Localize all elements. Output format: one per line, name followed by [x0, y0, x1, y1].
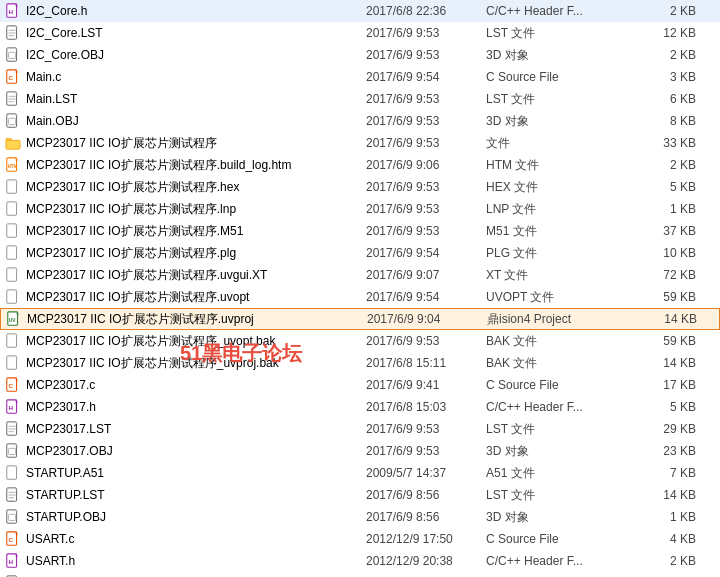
file-type: 3D 对象: [486, 47, 636, 64]
file-type: HEX 文件: [486, 179, 636, 196]
table-row[interactable]: USART.LST 2017/6/9 9:53 LST 文件 7 KB: [0, 572, 720, 577]
file-name: Main.LST: [26, 92, 366, 106]
file-date: 2017/6/9 9:54: [366, 246, 486, 260]
table-row[interactable]: MCP23017 IIC IO扩展芯片测试程序_uvopt.bak 2017/6…: [0, 330, 720, 352]
table-row[interactable]: MCP23017.OBJ 2017/6/9 9:53 3D 对象 23 KB: [0, 440, 720, 462]
table-row[interactable]: C Main.c 2017/6/9 9:54 C Source File 3 K…: [0, 66, 720, 88]
table-row[interactable]: Main.OBJ 2017/6/9 9:53 3D 对象 8 KB: [0, 110, 720, 132]
table-row[interactable]: C USART.c 2012/12/9 17:50 C Source File …: [0, 528, 720, 550]
file-size: 5 KB: [636, 180, 696, 194]
table-row[interactable]: STARTUP.LST 2017/6/9 8:56 LST 文件 14 KB: [0, 484, 720, 506]
lst-icon: [4, 24, 22, 42]
file-date: 2017/6/9 9:53: [366, 92, 486, 106]
table-row[interactable]: I2C_Core.LST 2017/6/9 9:53 LST 文件 12 KB: [0, 22, 720, 44]
generic-icon: [4, 200, 22, 218]
c-icon: C: [4, 376, 22, 394]
table-row[interactable]: HTM MCP23017 IIC IO扩展芯片测试程序.build_log.ht…: [0, 154, 720, 176]
table-row[interactable]: MCP23017 IIC IO扩展芯片测试程序.plg 2017/6/9 9:5…: [0, 242, 720, 264]
file-date: 2017/6/9 9:41: [366, 378, 486, 392]
file-date: 2017/6/9 9:04: [367, 312, 487, 326]
table-row[interactable]: I2C_Core.OBJ 2017/6/9 9:53 3D 对象 2 KB: [0, 44, 720, 66]
lst-icon: [4, 90, 22, 108]
table-row[interactable]: MCP23017 IIC IO扩展芯片测试程序 2017/6/9 9:53 文件…: [0, 132, 720, 154]
table-row[interactable]: MCP23017 IIC IO扩展芯片测试程序.lnp 2017/6/9 9:5…: [0, 198, 720, 220]
file-size: 17 KB: [636, 378, 696, 392]
file-date: 2017/6/9 9:07: [366, 268, 486, 282]
file-size: 2 KB: [636, 158, 696, 172]
table-row[interactable]: H MCP23017.h 2017/6/8 15:03 C/C++ Header…: [0, 396, 720, 418]
file-size: 37 KB: [636, 224, 696, 238]
file-type: 3D 对象: [486, 113, 636, 130]
file-date: 2017/6/9 9:53: [366, 444, 486, 458]
file-size: 72 KB: [636, 268, 696, 282]
file-date: 2017/6/9 9:53: [366, 202, 486, 216]
file-date: 2017/6/9 9:54: [366, 70, 486, 84]
file-name: USART.c: [26, 532, 366, 546]
file-type: 文件: [486, 135, 636, 152]
table-row[interactable]: MCP23017 IIC IO扩展芯片测试程序_uvproj.bak 2017/…: [0, 352, 720, 374]
file-name: MCP23017 IIC IO扩展芯片测试程序.uvproj: [27, 311, 367, 328]
svg-rect-28: [7, 202, 17, 215]
svg-rect-43: [7, 356, 17, 369]
file-name: MCP23017 IIC IO扩展芯片测试程序_uvproj.bak: [26, 355, 366, 372]
file-size: 3 KB: [636, 70, 696, 84]
file-size: 23 KB: [636, 444, 696, 458]
file-name: MCP23017.OBJ: [26, 444, 366, 458]
file-name: Main.OBJ: [26, 114, 366, 128]
generic-icon: [4, 222, 22, 240]
h-icon: H: [4, 2, 22, 20]
file-name: MCP23017 IIC IO扩展芯片测试程序.lnp: [26, 201, 366, 218]
file-type: C Source File: [486, 378, 636, 392]
table-row[interactable]: MCP23017.LST 2017/6/9 9:53 LST 文件 29 KB: [0, 418, 720, 440]
svg-text:H: H: [9, 404, 14, 411]
file-date: 2017/6/9 9:53: [366, 136, 486, 150]
file-size: 6 KB: [636, 92, 696, 106]
svg-text:C: C: [9, 536, 14, 543]
file-type: PLG 文件: [486, 245, 636, 262]
table-row[interactable]: MCP23017 IIC IO扩展芯片测试程序.hex 2017/6/9 9:5…: [0, 176, 720, 198]
svg-rect-26: [7, 180, 17, 193]
table-row[interactable]: UV MCP23017 IIC IO扩展芯片测试程序.uvproj 2017/6…: [0, 308, 720, 330]
file-size: 14 KB: [636, 488, 696, 502]
file-name: I2C_Core.LST: [26, 26, 366, 40]
file-type: LNP 文件: [486, 201, 636, 218]
svg-rect-34: [7, 268, 17, 281]
file-date: 2017/6/9 9:53: [366, 180, 486, 194]
file-type: C Source File: [486, 532, 636, 546]
file-size: 59 KB: [636, 290, 696, 304]
file-size: 14 KB: [637, 312, 697, 326]
file-name: MCP23017 IIC IO扩展芯片测试程序_uvopt.bak: [26, 333, 366, 350]
file-type: C/C++ Header F...: [486, 400, 636, 414]
file-date: 2017/6/9 8:56: [366, 488, 486, 502]
table-row[interactable]: MCP23017 IIC IO扩展芯片测试程序.uvgui.XT 2017/6/…: [0, 264, 720, 286]
table-row[interactable]: STARTUP.OBJ 2017/6/9 8:56 3D 对象 1 KB: [0, 506, 720, 528]
table-row[interactable]: STARTUP.A51 2009/5/7 14:37 A51 文件 7 KB: [0, 462, 720, 484]
file-size: 33 KB: [636, 136, 696, 150]
file-date: 2017/6/9 9:53: [366, 334, 486, 348]
table-row[interactable]: MCP23017 IIC IO扩展芯片测试程序.M51 2017/6/9 9:5…: [0, 220, 720, 242]
file-date: 2017/6/9 9:53: [366, 26, 486, 40]
table-row[interactable]: C MCP23017.c 2017/6/9 9:41 C Source File…: [0, 374, 720, 396]
svg-rect-32: [7, 246, 17, 259]
svg-text:H: H: [9, 8, 14, 15]
file-type: 3D 对象: [486, 443, 636, 460]
file-name: MCP23017 IIC IO扩展芯片测试程序.uvgui.XT: [26, 267, 366, 284]
generic-icon: [4, 266, 22, 284]
svg-text:UV: UV: [9, 318, 17, 323]
file-size: 2 KB: [636, 48, 696, 62]
folder-icon: [4, 134, 22, 152]
table-row[interactable]: MCP23017 IIC IO扩展芯片测试程序.uvopt 2017/6/9 9…: [0, 286, 720, 308]
file-date: 2017/6/9 9:53: [366, 422, 486, 436]
file-date: 2017/6/9 9:54: [366, 290, 486, 304]
table-row[interactable]: H I2C_Core.h 2017/6/8 22:36 C/C++ Header…: [0, 0, 720, 22]
file-list: H I2C_Core.h 2017/6/8 22:36 C/C++ Header…: [0, 0, 720, 577]
file-type: XT 文件: [486, 267, 636, 284]
generic-icon: [4, 332, 22, 350]
file-date: 2017/6/9 9:53: [366, 114, 486, 128]
svg-rect-36: [7, 290, 17, 303]
file-type: LST 文件: [486, 91, 636, 108]
file-name: STARTUP.OBJ: [26, 510, 366, 524]
file-type: BAK 文件: [486, 333, 636, 350]
table-row[interactable]: H USART.h 2012/12/9 20:38 C/C++ Header F…: [0, 550, 720, 572]
table-row[interactable]: Main.LST 2017/6/9 9:53 LST 文件 6 KB: [0, 88, 720, 110]
